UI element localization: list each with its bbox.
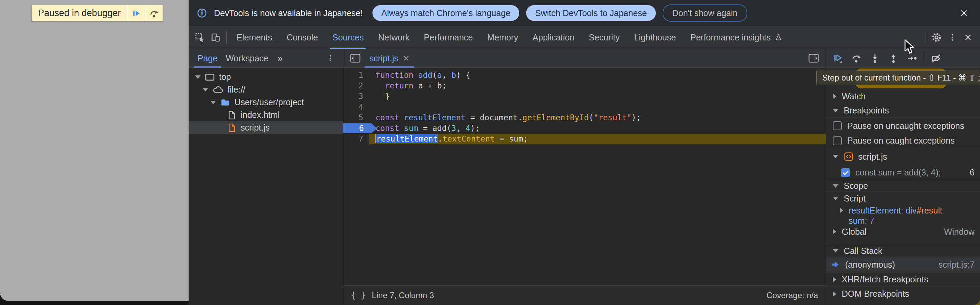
tree-item-file-origin[interactable]: file:// bbox=[189, 83, 343, 96]
xhr-breakpoints-section[interactable]: XHR/fetch Breakpoints bbox=[826, 272, 980, 286]
line-number[interactable]: 7 bbox=[343, 134, 369, 144]
paused-in-debugger-overlay: Paused in debugger bbox=[32, 5, 162, 21]
breakpoint-item[interactable]: const sum = add(3, 4); 6 bbox=[826, 165, 980, 180]
tab-memory[interactable]: Memory bbox=[480, 26, 525, 49]
device-toolbar-button[interactable] bbox=[208, 29, 224, 45]
navigator-tab-page[interactable]: Page bbox=[193, 49, 221, 67]
flask-icon bbox=[774, 33, 783, 42]
deactivate-breakpoints-button[interactable] bbox=[929, 51, 943, 65]
navigator-tab-workspace[interactable]: Workspace bbox=[221, 49, 272, 67]
expand-arrow-icon[interactable] bbox=[833, 109, 838, 112]
code-area[interactable]: 1function add(a, b) {2 return a + b;3 }4… bbox=[343, 68, 826, 286]
expand-arrow-icon[interactable] bbox=[833, 155, 838, 158]
toolbar-separator bbox=[924, 53, 924, 63]
breakpoints-section[interactable]: Breakpoints bbox=[826, 104, 980, 118]
tab-network[interactable]: Network bbox=[371, 26, 417, 49]
step-into-button[interactable] bbox=[868, 51, 882, 65]
devtools-close-button[interactable] bbox=[960, 29, 976, 45]
code-line-4: 4 bbox=[343, 102, 826, 112]
hide-debugger-sidebar-button[interactable] bbox=[806, 50, 821, 66]
pause-uncaught-label: Pause on uncaught exceptions bbox=[847, 121, 964, 131]
tree-item-top[interactable]: top bbox=[189, 70, 343, 83]
line-number[interactable]: 1 bbox=[343, 70, 369, 81]
inspect-cursor-icon bbox=[195, 33, 205, 42]
current-frame-arrow-icon bbox=[832, 260, 840, 269]
step-over-button[interactable] bbox=[849, 51, 864, 65]
tab-console[interactable]: Console bbox=[279, 26, 325, 49]
tab-security[interactable]: Security bbox=[582, 26, 627, 49]
expand-arrow-icon[interactable] bbox=[210, 101, 216, 104]
tab-label: Sources bbox=[332, 33, 364, 43]
pause-uncaught-checkbox[interactable] bbox=[833, 121, 842, 130]
pause-uncaught-row[interactable]: Pause on uncaught exceptions bbox=[826, 118, 980, 134]
scope-var-sum[interactable]: sum: 7 bbox=[826, 216, 980, 225]
pause-caught-row[interactable]: Pause on caught exceptions bbox=[826, 134, 980, 148]
line-number[interactable]: 3 bbox=[343, 91, 369, 102]
watch-section[interactable]: Watch bbox=[826, 89, 980, 104]
breakpoint-flag-icon[interactable]: 6 bbox=[343, 123, 377, 133]
expand-arrow-icon[interactable] bbox=[203, 88, 208, 91]
inspect-element-button[interactable] bbox=[192, 29, 208, 45]
resume-script-button[interactable] bbox=[127, 5, 145, 21]
collapse-arrow-icon[interactable] bbox=[833, 229, 836, 235]
code-line-3: 3 } bbox=[343, 91, 826, 102]
line-number[interactable]: 5 bbox=[343, 112, 369, 123]
execution-line[interactable]: resultElement.textContent = sum; bbox=[369, 134, 826, 144]
scope-script-row[interactable]: Script bbox=[826, 192, 980, 205]
tab-sources[interactable]: Sources bbox=[325, 26, 371, 49]
scope-global-row[interactable]: Global Window bbox=[826, 225, 980, 238]
tree-item-index-html[interactable]: index.html bbox=[189, 109, 343, 121]
collapse-arrow-icon[interactable] bbox=[833, 291, 836, 297]
expand-arrow-icon[interactable] bbox=[195, 75, 200, 79]
kebab-menu-icon bbox=[326, 54, 334, 62]
line-number[interactable]: 4 bbox=[343, 102, 369, 112]
pretty-print-icon[interactable]: { } bbox=[351, 291, 366, 300]
hide-navigator-button[interactable] bbox=[347, 50, 363, 66]
line-number[interactable]: 2 bbox=[343, 81, 369, 91]
panel-left-icon bbox=[350, 54, 360, 63]
pause-caught-checkbox[interactable] bbox=[833, 136, 842, 145]
expand-arrow-icon[interactable] bbox=[833, 249, 838, 252]
tree-item-folder[interactable]: Users/user/project bbox=[189, 96, 343, 109]
settings-button[interactable] bbox=[929, 29, 944, 45]
tab-elements[interactable]: Elements bbox=[229, 26, 279, 49]
tab-performance[interactable]: Performance bbox=[417, 26, 480, 49]
tab-performance-insights[interactable]: Performance insights bbox=[683, 26, 790, 49]
expand-arrow-icon[interactable] bbox=[833, 197, 838, 200]
editor-tab-close-icon[interactable]: × bbox=[403, 53, 409, 63]
collapse-arrow-icon[interactable] bbox=[833, 94, 836, 99]
call-stack-frame-location: script.js:7 bbox=[938, 260, 975, 270]
step-out-icon bbox=[888, 53, 899, 63]
editor-tab-script-js[interactable]: script.js × bbox=[363, 49, 415, 67]
pause-caught-label: Pause on caught exceptions bbox=[847, 136, 955, 145]
step-out-button[interactable] bbox=[886, 51, 900, 65]
more-options-button[interactable] bbox=[944, 29, 960, 45]
sidebar-spacer bbox=[826, 238, 980, 245]
navigator-menu-button[interactable] bbox=[323, 50, 338, 66]
step-over-badge-button[interactable] bbox=[145, 5, 162, 21]
debugger-toolbar bbox=[826, 49, 980, 68]
tab-label: Performance bbox=[424, 33, 473, 43]
collapse-arrow-icon[interactable] bbox=[833, 277, 836, 283]
infobar-close-button[interactable] bbox=[956, 5, 972, 21]
tab-lighthouse[interactable]: Lighthouse bbox=[627, 26, 683, 49]
scope-section[interactable]: Scope bbox=[826, 180, 980, 192]
call-stack-frame[interactable]: (anonymous) script.js:7 bbox=[826, 257, 980, 272]
scope-var-resultelement[interactable]: resultElement: div#result bbox=[826, 205, 980, 216]
expand-arrow-icon[interactable] bbox=[840, 208, 843, 213]
tab-application[interactable]: Application bbox=[525, 26, 582, 49]
tab-label: Security bbox=[589, 33, 620, 43]
breakpoint-checkbox[interactable] bbox=[841, 168, 850, 177]
more-tabs-chevron[interactable]: » bbox=[272, 53, 288, 64]
dom-breakpoints-section[interactable]: DOM Breakpoints bbox=[826, 286, 980, 301]
code-line-2: 2 return a + b; bbox=[343, 81, 826, 91]
always-match-language-button[interactable]: Always match Chrome's language bbox=[372, 5, 519, 21]
resume-button[interactable] bbox=[831, 51, 845, 65]
tree-item-script-js[interactable]: script.js bbox=[189, 121, 343, 134]
switch-to-japanese-button[interactable]: Switch DevTools to Japanese bbox=[526, 5, 656, 21]
dont-show-again-button[interactable]: Don't show again bbox=[663, 5, 747, 22]
infobar-message: DevTools is now available in Japanese! bbox=[214, 8, 363, 18]
expand-arrow-icon[interactable] bbox=[833, 184, 838, 188]
call-stack-section[interactable]: Call Stack bbox=[826, 245, 980, 257]
breakpoint-file-group[interactable]: script.js bbox=[826, 148, 980, 165]
